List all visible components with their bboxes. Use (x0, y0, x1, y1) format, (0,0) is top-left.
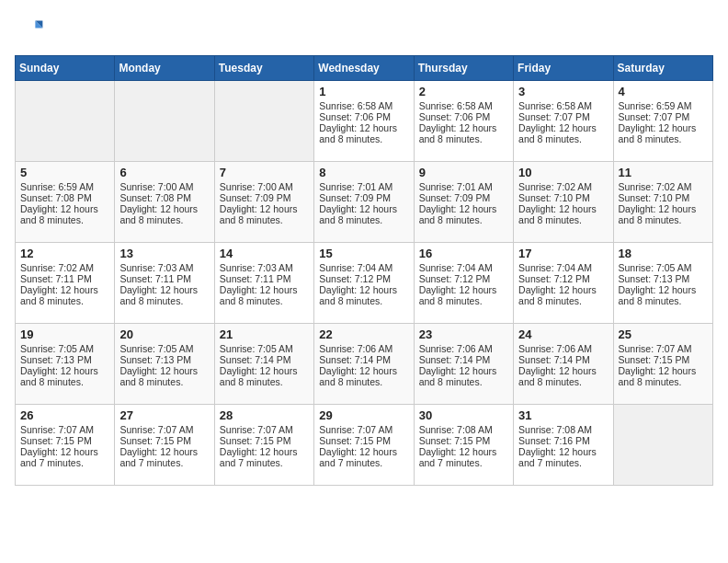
sunrise-text: Sunrise: 7:03 AM (119, 262, 193, 273)
sunrise-text: Sunrise: 7:08 AM (518, 424, 592, 435)
calendar-cell: 15 Sunrise: 7:04 AM Sunset: 7:12 PM Dayl… (314, 243, 414, 324)
day-number: 11 (619, 166, 708, 179)
calendar-cell: 3 Sunrise: 6:58 AM Sunset: 7:07 PM Dayli… (514, 81, 613, 162)
sunset-text: Sunset: 7:14 PM (319, 354, 391, 365)
sunset-text: Sunset: 7:15 PM (119, 435, 191, 446)
daylight-text: Daylight: 12 hours and 8 minutes. (619, 122, 697, 144)
day-number: 26 (20, 408, 109, 422)
day-number: 7 (220, 166, 309, 179)
calendar-cell: 31 Sunrise: 7:08 AM Sunset: 7:16 PM Dayl… (514, 405, 613, 486)
day-number: 2 (419, 85, 508, 98)
sunset-text: Sunset: 7:11 PM (119, 273, 191, 284)
sunset-text: Sunset: 7:09 PM (220, 192, 291, 203)
calendar-cell: 4 Sunrise: 6:59 AM Sunset: 7:07 PM Dayli… (613, 81, 712, 162)
sunrise-text: Sunrise: 6:58 AM (419, 100, 493, 111)
page-header (15, 15, 713, 44)
calendar-cell: 17 Sunrise: 7:04 AM Sunset: 7:12 PM Dayl… (514, 243, 613, 324)
sunrise-text: Sunrise: 7:08 AM (419, 424, 493, 435)
day-number: 22 (319, 327, 408, 341)
sunrise-text: Sunrise: 7:02 AM (20, 262, 94, 273)
daylight-text: Daylight: 12 hours and 7 minutes. (518, 446, 597, 468)
weekday-header: Saturday (613, 56, 712, 81)
sunset-text: Sunset: 7:10 PM (619, 192, 690, 203)
daylight-text: Daylight: 12 hours and 8 minutes. (419, 122, 497, 144)
day-number: 19 (20, 327, 109, 341)
daylight-text: Daylight: 12 hours and 8 minutes. (419, 203, 497, 225)
calendar-cell (214, 81, 313, 162)
daylight-text: Daylight: 12 hours and 8 minutes. (220, 203, 298, 225)
daylight-text: Daylight: 12 hours and 7 minutes. (419, 446, 497, 468)
logo-icon (15, 15, 44, 44)
calendar-cell: 28 Sunrise: 7:07 AM Sunset: 7:15 PM Dayl… (214, 405, 313, 486)
sunrise-text: Sunrise: 7:03 AM (220, 262, 293, 273)
calendar-cell: 23 Sunrise: 7:06 AM Sunset: 7:14 PM Dayl… (414, 324, 513, 405)
daylight-text: Daylight: 12 hours and 8 minutes. (20, 284, 98, 306)
calendar-cell (16, 81, 115, 162)
sunset-text: Sunset: 7:15 PM (319, 435, 391, 446)
logo (15, 15, 48, 44)
sunset-text: Sunset: 7:09 PM (419, 192, 491, 203)
calendar-cell: 20 Sunrise: 7:05 AM Sunset: 7:13 PM Dayl… (115, 324, 214, 405)
daylight-text: Daylight: 12 hours and 7 minutes. (220, 446, 298, 468)
calendar-week-row: 12 Sunrise: 7:02 AM Sunset: 7:11 PM Dayl… (16, 243, 713, 324)
day-number: 27 (119, 408, 209, 422)
sunset-text: Sunset: 7:12 PM (518, 273, 590, 284)
daylight-text: Daylight: 12 hours and 7 minutes. (119, 446, 198, 468)
header-row: SundayMondayTuesdayWednesdayThursdayFrid… (16, 56, 713, 81)
sunset-text: Sunset: 7:12 PM (319, 273, 391, 284)
daylight-text: Daylight: 12 hours and 8 minutes. (119, 203, 198, 225)
sunset-text: Sunset: 7:13 PM (119, 354, 191, 365)
sunset-text: Sunset: 7:07 PM (518, 111, 590, 122)
daylight-text: Daylight: 12 hours and 8 minutes. (619, 365, 697, 387)
day-number: 4 (619, 85, 708, 98)
calendar-cell: 18 Sunrise: 7:05 AM Sunset: 7:13 PM Dayl… (613, 243, 712, 324)
sunrise-text: Sunrise: 7:07 AM (20, 424, 94, 435)
calendar-cell: 25 Sunrise: 7:07 AM Sunset: 7:15 PM Dayl… (613, 324, 712, 405)
sunset-text: Sunset: 7:14 PM (419, 354, 491, 365)
weekday-header: Sunday (16, 56, 115, 81)
sunrise-text: Sunrise: 7:06 AM (319, 343, 392, 354)
day-number: 21 (220, 327, 309, 341)
weekday-header: Friday (514, 56, 613, 81)
day-number: 5 (20, 166, 109, 179)
sunset-text: Sunset: 7:15 PM (20, 435, 92, 446)
calendar-cell: 11 Sunrise: 7:02 AM Sunset: 7:10 PM Dayl… (613, 162, 712, 243)
daylight-text: Daylight: 12 hours and 8 minutes. (20, 365, 98, 387)
sunrise-text: Sunrise: 7:06 AM (518, 343, 592, 354)
sunset-text: Sunset: 7:08 PM (119, 192, 191, 203)
daylight-text: Daylight: 12 hours and 8 minutes. (119, 284, 198, 306)
day-number: 20 (119, 327, 209, 341)
weekday-header: Thursday (414, 56, 513, 81)
calendar-cell: 19 Sunrise: 7:05 AM Sunset: 7:13 PM Dayl… (16, 324, 115, 405)
sunrise-text: Sunrise: 7:04 AM (518, 262, 592, 273)
day-number: 29 (319, 408, 408, 422)
calendar-cell (613, 405, 712, 486)
calendar-cell: 12 Sunrise: 7:02 AM Sunset: 7:11 PM Dayl… (16, 243, 115, 324)
daylight-text: Daylight: 12 hours and 8 minutes. (518, 122, 597, 144)
sunset-text: Sunset: 7:13 PM (619, 273, 690, 284)
sunrise-text: Sunrise: 7:07 AM (319, 424, 392, 435)
day-number: 8 (319, 166, 408, 179)
day-number: 10 (518, 166, 608, 179)
daylight-text: Daylight: 12 hours and 8 minutes. (20, 203, 98, 225)
day-number: 25 (619, 327, 708, 341)
sunset-text: Sunset: 7:11 PM (220, 273, 291, 284)
calendar-week-row: 26 Sunrise: 7:07 AM Sunset: 7:15 PM Dayl… (16, 405, 713, 486)
day-number: 3 (518, 85, 608, 98)
daylight-text: Daylight: 12 hours and 8 minutes. (220, 365, 298, 387)
weekday-header: Tuesday (214, 56, 313, 81)
calendar-week-row: 1 Sunrise: 6:58 AM Sunset: 7:06 PM Dayli… (16, 81, 713, 162)
sunrise-text: Sunrise: 6:58 AM (319, 100, 392, 111)
day-number: 28 (220, 408, 309, 422)
sunrise-text: Sunrise: 6:59 AM (619, 100, 692, 111)
calendar-cell: 1 Sunrise: 6:58 AM Sunset: 7:06 PM Dayli… (314, 81, 414, 162)
calendar-cell: 13 Sunrise: 7:03 AM Sunset: 7:11 PM Dayl… (115, 243, 214, 324)
sunrise-text: Sunrise: 7:01 AM (319, 181, 392, 192)
sunset-text: Sunset: 7:14 PM (220, 354, 291, 365)
calendar-cell: 7 Sunrise: 7:00 AM Sunset: 7:09 PM Dayli… (214, 162, 313, 243)
sunrise-text: Sunrise: 7:00 AM (119, 181, 193, 192)
day-number: 31 (518, 408, 608, 422)
daylight-text: Daylight: 12 hours and 7 minutes. (20, 446, 98, 468)
calendar-cell: 21 Sunrise: 7:05 AM Sunset: 7:14 PM Dayl… (214, 324, 313, 405)
day-number: 30 (419, 408, 508, 422)
